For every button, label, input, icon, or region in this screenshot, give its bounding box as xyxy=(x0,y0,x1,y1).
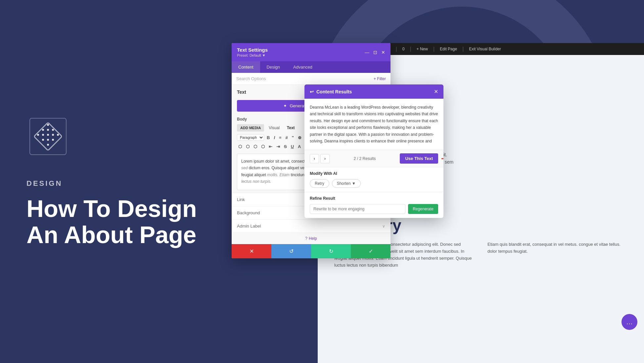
undo-btn[interactable]: ↺ xyxy=(271,244,311,258)
panel-header-actions: — ⊡ ✕ xyxy=(365,50,385,55)
page-col2: Etiam quis blandit erat, consequat in ve… xyxy=(487,241,627,269)
svg-point-13 xyxy=(47,144,49,146)
italic-btn[interactable]: I xyxy=(272,134,276,141)
shorten-btn[interactable]: Shorten ▼ xyxy=(332,179,361,188)
save-btn[interactable]: ✓ xyxy=(351,244,391,258)
admin-label-section[interactable]: Admin Label ∨ xyxy=(232,219,391,233)
panel-tabs: Content Design Advanced xyxy=(232,61,391,73)
svg-point-2 xyxy=(42,129,44,131)
align-center-btn[interactable]: ⬡ xyxy=(245,143,251,150)
svg-point-1 xyxy=(47,124,49,126)
admin-bar-comments[interactable]: 0 xyxy=(402,47,405,51)
cr-close-btn[interactable]: ✕ xyxy=(434,88,438,95)
add-media-btn[interactable]: ADD MEDIA xyxy=(237,124,264,131)
panel-minimize-btn[interactable]: — xyxy=(365,50,369,55)
help-icon: ? xyxy=(305,236,307,241)
cr-icon: ↩ xyxy=(310,89,314,94)
panel-footer: ? Help xyxy=(232,233,391,244)
panel-action-bar: ✕ ↺ ↻ ✓ xyxy=(232,244,391,258)
svg-point-7 xyxy=(47,134,49,136)
admin-bar-exit-vb[interactable]: Exit Visual Builder xyxy=(469,47,501,51)
cr-header: ↩ Content Results ✕ xyxy=(304,84,443,99)
cr-modify-btns: Retry Shorten ▼ xyxy=(310,179,438,188)
red-arrow xyxy=(441,155,443,162)
svg-point-6 xyxy=(42,134,44,136)
cr-next-btn[interactable]: › xyxy=(320,154,330,163)
color-btn[interactable]: A xyxy=(297,143,302,150)
align-justify-btn[interactable]: ⬡ xyxy=(260,143,266,150)
svg-point-10 xyxy=(42,139,44,141)
svg-rect-14 xyxy=(30,118,66,155)
admin-bar-new[interactable]: + New xyxy=(417,47,428,51)
cr-prev-btn[interactable]: ‹ xyxy=(310,154,319,163)
left-panel: DESIGN How To Design An About Page xyxy=(0,0,232,363)
paragraph-select[interactable]: Paragraph xyxy=(237,134,264,141)
category-label: DESIGN xyxy=(26,179,205,188)
cr-refine: Refine Result Regenerate xyxy=(304,192,443,218)
align-left-btn[interactable]: ⬡ xyxy=(237,143,243,150)
align-right-btn[interactable]: ⬡ xyxy=(252,143,258,150)
chat-bubble[interactable]: … xyxy=(621,314,637,330)
bold-btn[interactable]: B xyxy=(265,134,271,141)
cr-nav-btns: ‹ › xyxy=(310,154,330,163)
ai-sparkle-icon: ✦ xyxy=(283,103,287,108)
panel-preset: Preset: Default ▼ xyxy=(237,53,268,57)
svg-point-3 xyxy=(47,129,49,131)
cr-title-text: Content Results xyxy=(316,89,352,94)
main-content: My Sites | Divi About Page | 0 | + New |… xyxy=(232,0,644,363)
underline-btn[interactable]: U xyxy=(290,143,295,150)
text-tab-btn[interactable]: Text xyxy=(284,124,298,131)
list-ul-btn[interactable]: ≡ xyxy=(278,134,283,141)
headline-line2: An About Page xyxy=(26,222,205,248)
cr-refine-title: Refine Result xyxy=(310,196,438,201)
svg-rect-0 xyxy=(34,122,62,150)
filter-btn[interactable]: + Filter xyxy=(374,77,386,81)
headline: How To Design An About Page xyxy=(26,196,205,248)
text-section-title: Text xyxy=(237,89,246,95)
link-btn[interactable]: ⊕ xyxy=(297,134,303,141)
panel-expand-btn[interactable]: ⊡ xyxy=(373,50,377,55)
visual-tab-btn[interactable]: Visual xyxy=(266,124,282,131)
admin-bar-edit-page[interactable]: Edit Page xyxy=(440,47,457,51)
logo-container xyxy=(26,115,205,159)
tab-advanced[interactable]: Advanced xyxy=(287,61,319,73)
strikethrough-btn[interactable]: S xyxy=(283,143,288,150)
cr-body: Deanna McLean is a leading WordPress dev… xyxy=(304,99,443,150)
indent-btn[interactable]: ⇥ xyxy=(275,143,281,150)
svg-point-5 xyxy=(37,134,39,136)
panel-close-btn[interactable]: ✕ xyxy=(381,50,385,55)
cr-refine-row: Regenerate xyxy=(310,204,438,214)
svg-point-4 xyxy=(52,129,54,131)
outdent-btn[interactable]: ⇤ xyxy=(267,143,274,150)
link-label: Link xyxy=(237,197,245,202)
regenerate-btn[interactable]: Regenerate xyxy=(408,204,438,214)
use-this-text-btn[interactable]: Use This Text xyxy=(400,153,438,164)
cr-counter: 2 / 2 Results xyxy=(354,156,376,161)
cr-text: Deanna McLean is a leading WordPress dev… xyxy=(310,104,438,144)
panel-header: Text Settings Preset: Default ▼ — ⊡ ✕ xyxy=(232,43,391,61)
blockquote-btn[interactable]: " xyxy=(291,134,295,141)
admin-label: Admin Label xyxy=(237,224,261,229)
admin-label-chevron: ∨ xyxy=(382,224,385,229)
svg-point-9 xyxy=(57,134,59,136)
cr-modify-title: Modify With AI xyxy=(310,171,438,176)
retry-btn[interactable]: Retry xyxy=(310,179,329,188)
cr-title: ↩ Content Results xyxy=(310,89,352,94)
svg-point-12 xyxy=(52,139,54,141)
svg-point-8 xyxy=(52,134,54,136)
search-bar: Search Options + Filter xyxy=(232,73,391,85)
tab-content[interactable]: Content xyxy=(232,61,260,73)
help-link[interactable]: ? Help xyxy=(305,236,317,241)
background-label: Background xyxy=(237,210,260,215)
cr-modify: Modify With AI Retry Shorten ▼ xyxy=(304,167,443,192)
content-results-panel: ↩ Content Results ✕ Deanna McLean is a l… xyxy=(304,84,443,218)
discard-btn[interactable]: ✕ xyxy=(232,244,271,258)
divi-logo xyxy=(26,115,69,158)
tab-design[interactable]: Design xyxy=(260,61,287,73)
panel-title: Text Settings xyxy=(237,47,268,53)
search-placeholder: Search Options xyxy=(236,76,266,81)
headline-line1: How To Design xyxy=(26,196,205,222)
list-ol-btn[interactable]: # xyxy=(284,134,289,141)
cr-refine-input[interactable] xyxy=(310,204,405,214)
redo-btn[interactable]: ↻ xyxy=(311,244,351,258)
